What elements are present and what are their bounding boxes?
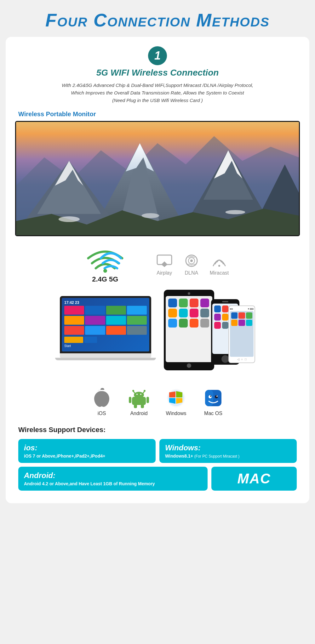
protocol-dlna: DLNA [183,253,200,276]
ios-box-desc: iOS 7 or Above,iPhone+,iPad2+,iPod4+ [24,453,150,459]
support-ios-box: ios: iOS 7 or Above,iPhone+,iPad2+,iPod4… [18,439,156,463]
protocol-row: 2.4G 5G Airplay [15,246,300,283]
support-grid-bottom: Android: Android 4.2 or Above,and Have L… [15,467,300,491]
svg-marker-19 [161,264,168,267]
protocol-miracast: Miracast [210,253,229,276]
support-mac-box: MAC [211,467,297,491]
svg-point-15 [141,213,159,218]
samsung-device: ▶▶ ■ ▮▮▮ ◁○□ [228,305,255,363]
svg-point-14 [59,216,80,222]
support-grid-top: ios: iOS 7 or Above,iPhone+,iPad2+,iPod4… [15,439,300,463]
monitor-frame [15,121,300,236]
android-box-desc: Android 4.2 or Above,and Have Least 1GB … [24,481,202,486]
protocol-icons: Airplay DLNA [156,253,229,276]
airplay-icon [156,253,173,268]
mountain-scene [16,122,299,235]
svg-rect-35 [141,404,144,408]
svg-point-40 [209,395,212,398]
protocol-airplay: Airplay [156,253,173,276]
svg-point-17 [103,269,107,273]
devices-section: 17:42 23 [15,290,300,378]
os-windows: Windows [165,387,187,416]
svg-rect-32 [129,397,131,403]
laptop-device: 17:42 23 [60,296,151,360]
svg-point-43 [216,396,218,397]
support-windows-box: Windows: Windows8.1+ (For PC Support Mir… [159,439,297,463]
svg-point-27 [144,390,146,392]
windows-icon [165,387,187,409]
section-number-text: 1 [154,49,161,62]
miracast-label: Miracast [210,270,229,276]
os-ios: iOS [91,387,112,416]
ios-label: iOS [98,411,106,416]
ios-box-title: ios: [24,443,150,452]
svg-point-22 [190,259,193,262]
os-macos: Mac OS [203,387,224,416]
finder-icon [203,387,224,409]
macos-label: Mac OS [204,411,222,416]
tablet-device [164,290,214,370]
dlna-icon [183,253,200,268]
svg-point-30 [140,394,141,395]
monitor-wrapper: 2.4G 5G 4Star [15,121,300,236]
svg-point-41 [215,395,218,398]
windows-note: (For PC Support Miracast ) [194,454,239,459]
svg-point-26 [132,390,134,392]
apple-icon [91,387,112,409]
page-header: Four Connection Methods [0,0,315,37]
svg-point-42 [210,396,211,397]
windows-box-desc: Windows8.1+ (For PC Support Miracast ) [165,453,291,459]
dlna-label: DLNA [185,270,198,276]
wifi-badge: 2.4G 5G [86,246,124,283]
svg-point-23 [218,265,220,267]
page-title: Four Connection Methods [6,9,309,31]
windows-box-title: Windows: [165,443,291,452]
support-android-box: Android: Android 4.2 or Above,and Have L… [18,467,208,491]
android-label: Android [130,411,147,416]
section-description: With 2.4G&5G Advanced Chip & Dual-Band W… [15,82,300,104]
miracast-icon [210,253,228,268]
airplay-label: Airplay [157,270,172,276]
section-number-circle: 1 [148,46,167,65]
svg-point-16 [226,210,245,214]
android-icon [128,387,150,409]
svg-rect-33 [146,397,149,403]
os-icons-row: iOS [15,387,300,416]
section-number-wrapper: 1 [15,46,300,65]
main-card: 1 5G WIFI Wireless Connection With 2.4G&… [6,37,309,503]
monitor-label: Wireless Portable Monitor [15,111,300,118]
svg-rect-34 [134,404,137,408]
android-box-title: Android: [24,471,202,480]
mac-box-label: MAC [238,471,271,487]
windows-label: Windows [166,411,186,416]
devices-mockup: 17:42 23 [60,290,255,378]
wireless-support-title: Wireless Support Devices: [15,426,300,434]
section-title: 5G WIFI Wireless Connection [15,68,300,78]
svg-rect-31 [132,397,146,405]
os-android: Android [128,387,150,416]
svg-point-29 [136,394,138,395]
wifi-arcs-icon [86,246,124,274]
svg-marker-20 [161,261,168,265]
wifi-frequency-label: 2.4G 5G [92,275,118,283]
